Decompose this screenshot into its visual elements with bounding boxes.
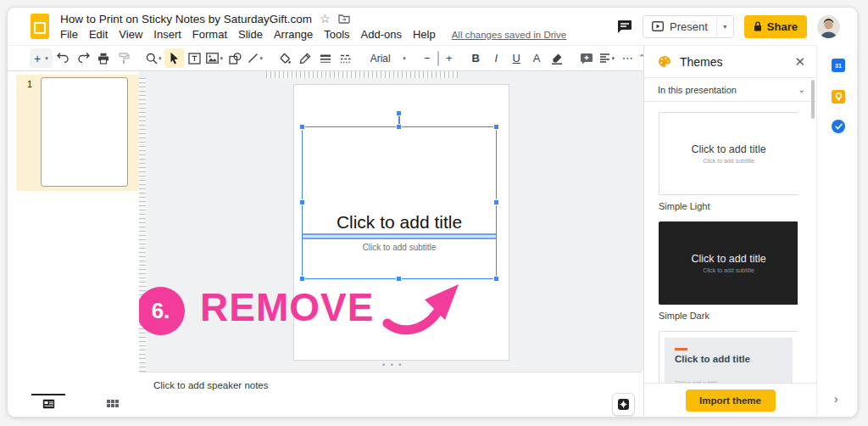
rotation-handle[interactable] — [396, 110, 402, 116]
italic-button[interactable]: I — [487, 48, 506, 68]
theme-card-simple-light[interactable]: Click to add title Click to add subtitle — [659, 112, 798, 195]
themes-panel: Themes ✕ In this presentation ⌄ Click to… — [643, 45, 816, 417]
resize-handle-e[interactable] — [493, 199, 499, 205]
slide-filmstrip: 1 — [8, 72, 139, 417]
subtitle-placeholder[interactable]: Click to add subtitle — [303, 243, 496, 252]
star-icon[interactable]: ☆ — [320, 13, 331, 25]
border-weight-button[interactable] — [316, 48, 336, 68]
insert-line-button[interactable]: ▾ — [246, 48, 265, 68]
resize-handle-n[interactable] — [396, 124, 402, 130]
annotation-step-number: 6. — [152, 298, 170, 324]
chevron-down-icon: ▾ — [45, 55, 48, 62]
menu-format[interactable]: Format — [192, 28, 227, 41]
resize-handle-ne[interactable] — [493, 124, 499, 130]
toolbar: + ▾ ▾ ▾ — [8, 45, 643, 71]
text-color-button[interactable]: A — [527, 48, 547, 68]
theme-preview-title: Click to add title — [675, 354, 750, 364]
header: How to Print on Sticky Notes by Saturday… — [8, 8, 857, 45]
filmstrip-view-button[interactable] — [42, 399, 55, 409]
chevron-down-icon: ⌄ — [798, 85, 805, 94]
highlight-color-button[interactable] — [548, 48, 567, 68]
undo-button[interactable] — [53, 48, 73, 68]
calendar-icon[interactable]: 31 — [832, 59, 845, 72]
menu-slide[interactable]: Slide — [238, 28, 263, 41]
share-button[interactable]: Share — [744, 15, 807, 38]
resize-handle-w[interactable] — [299, 199, 305, 205]
save-status-link[interactable]: All changes saved in Drive — [452, 30, 567, 40]
theme-card-streamline[interactable]: Click to add title Click to add subtitle — [659, 331, 798, 383]
redo-button[interactable] — [74, 48, 93, 68]
decrease-font-size-button[interactable]: − — [420, 48, 434, 68]
menu-tools[interactable]: Tools — [324, 28, 349, 41]
grid-view-button[interactable] — [107, 400, 119, 407]
present-button[interactable]: Present — [643, 16, 716, 37]
palette-icon — [658, 55, 671, 68]
explore-button[interactable] — [612, 393, 635, 416]
paint-format-button[interactable] — [114, 48, 134, 68]
border-dash-button[interactable] — [337, 48, 356, 68]
annotation-step-badge: 6. — [139, 287, 185, 335]
slide-thumbnail[interactable] — [41, 77, 128, 187]
menu-insert[interactable]: Insert — [153, 28, 181, 41]
move-folder-icon[interactable] — [338, 14, 350, 24]
themes-panel-title: Themes — [680, 55, 723, 69]
annotation-arrow-icon — [382, 281, 460, 339]
themes-scrollbar[interactable] — [811, 80, 815, 119]
close-icon[interactable]: ✕ — [794, 54, 805, 70]
import-theme-button[interactable]: Import theme — [686, 390, 776, 412]
theme-preview-title: Click to add title — [659, 253, 798, 265]
align-button[interactable]: ▾ — [598, 48, 617, 68]
underline-button[interactable]: U — [507, 48, 526, 68]
bold-button[interactable]: B — [466, 48, 486, 68]
increase-font-size-button[interactable]: + — [442, 48, 456, 68]
theme-name: Simple Light — [659, 201, 798, 211]
font-family-value: Arial — [370, 53, 391, 64]
themes-source-select[interactable]: In this presentation ⌄ — [644, 78, 816, 102]
menu-help[interactable]: Help — [413, 28, 436, 41]
speaker-notes-input[interactable]: Click to add speaker notes — [153, 380, 269, 390]
resize-handle-nw[interactable] — [299, 124, 305, 130]
font-family-select[interactable]: Arial ▾ — [366, 48, 410, 68]
menu-edit[interactable]: Edit — [89, 28, 108, 41]
theme-preview-title: Click to add title — [659, 143, 798, 155]
present-dropdown-button[interactable]: ▾ — [716, 16, 733, 37]
insert-shape-button[interactable] — [225, 48, 245, 68]
select-tool-button[interactable] — [164, 48, 184, 68]
fill-color-button[interactable] — [275, 48, 295, 68]
zoom-button[interactable]: ▾ — [144, 48, 164, 68]
border-color-button[interactable] — [296, 48, 315, 68]
plus-icon: + — [34, 52, 41, 65]
user-avatar[interactable] — [817, 15, 840, 38]
themes-list: Click to add title Click to add subtitle… — [659, 112, 798, 383]
theme-accent-dash — [675, 348, 687, 350]
print-button[interactable] — [94, 48, 114, 68]
notes-resize-handle[interactable]: • • • — [382, 361, 403, 369]
title-placeholder[interactable]: Click to add title — [303, 212, 496, 233]
menu-add-ons[interactable]: Add-ons — [361, 28, 402, 41]
slides-logo-icon[interactable] — [31, 14, 49, 39]
keep-icon[interactable] — [832, 90, 845, 104]
comments-icon[interactable] — [616, 20, 632, 34]
menu-file[interactable]: File — [60, 28, 78, 41]
app-window: How to Print on Sticky Notes by Saturday… — [7, 7, 858, 418]
tasks-icon[interactable] — [832, 120, 845, 133]
resize-handle-se[interactable] — [493, 276, 499, 282]
chevron-down-icon: ▾ — [159, 55, 162, 62]
menu-arrange[interactable]: Arrange — [274, 28, 313, 41]
document-title[interactable]: How to Print on Sticky Notes by Saturday… — [60, 13, 312, 25]
resize-handle-sw[interactable] — [299, 276, 305, 282]
text-box-tool-button[interactable] — [185, 48, 204, 68]
add-comment-button[interactable] — [577, 48, 597, 68]
menu-view[interactable]: View — [119, 28, 142, 41]
font-size-input[interactable] — [437, 51, 439, 66]
placeholder-selection-box[interactable]: Click to add title Click to add subtitle — [302, 126, 497, 279]
lock-icon — [754, 21, 762, 31]
more-options-button[interactable]: ⋯ — [618, 48, 637, 68]
theme-card-simple-dark[interactable]: Click to add title Click to add subtitle — [659, 221, 798, 305]
slide-thumbnail-row-selected[interactable]: 1 — [16, 75, 139, 191]
explore-icon — [617, 398, 630, 411]
hide-side-panel-button[interactable]: › — [834, 392, 838, 406]
horizontal-ruler — [266, 71, 458, 78]
insert-image-button[interactable]: ▾ — [205, 48, 225, 68]
new-slide-button[interactable]: + ▾ — [30, 48, 53, 68]
